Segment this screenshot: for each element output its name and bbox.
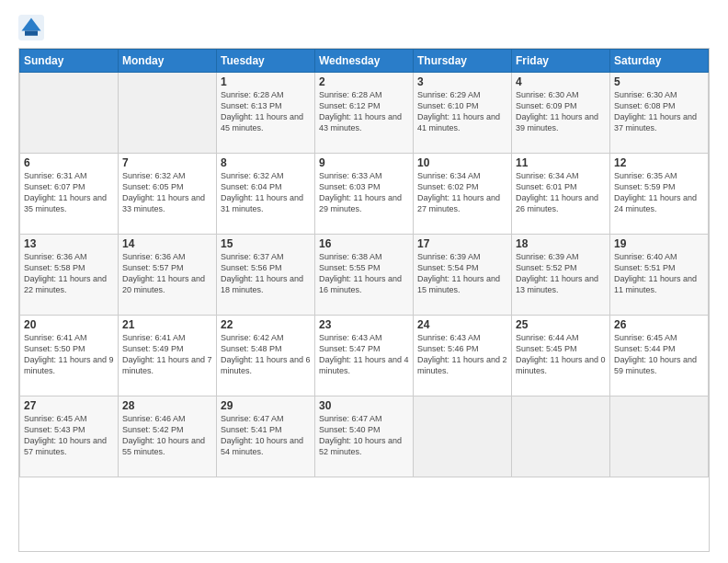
day-info: Sunrise: 6:34 AMSunset: 6:01 PMDaylight:…	[516, 170, 606, 215]
calendar-cell: 25Sunrise: 6:44 AMSunset: 5:45 PMDayligh…	[512, 316, 610, 396]
day-number: 2	[319, 75, 409, 88]
day-info: Sunrise: 6:34 AMSunset: 6:02 PMDaylight:…	[417, 170, 507, 215]
header-row: SundayMondayTuesdayWednesdayThursdayFrid…	[20, 50, 709, 73]
day-info: Sunrise: 6:30 AMSunset: 6:08 PMDaylight:…	[614, 89, 704, 134]
day-info: Sunrise: 6:42 AMSunset: 5:48 PMDaylight:…	[221, 332, 311, 377]
calendar-cell	[414, 396, 512, 477]
day-header-thursday: Thursday	[414, 50, 512, 73]
svg-rect-2	[25, 31, 38, 36]
calendar: SundayMondayTuesdayWednesdayThursdayFrid…	[18, 48, 710, 552]
day-number: 16	[319, 237, 409, 250]
day-info: Sunrise: 6:39 AMSunset: 5:52 PMDaylight:…	[516, 251, 606, 296]
day-info: Sunrise: 6:32 AMSunset: 6:05 PMDaylight:…	[122, 170, 212, 215]
page: SundayMondayTuesdayWednesdayThursdayFrid…	[0, 0, 728, 563]
calendar-cell: 23Sunrise: 6:43 AMSunset: 5:47 PMDayligh…	[315, 316, 414, 396]
day-number: 14	[122, 237, 212, 250]
day-number: 25	[516, 318, 606, 331]
day-info: Sunrise: 6:47 AMSunset: 5:41 PMDaylight:…	[221, 413, 311, 458]
logo	[18, 15, 48, 40]
day-info: Sunrise: 6:32 AMSunset: 6:04 PMDaylight:…	[221, 170, 311, 215]
day-number: 3	[417, 75, 507, 88]
day-header-friday: Friday	[512, 50, 610, 73]
calendar-cell: 2Sunrise: 6:28 AMSunset: 6:12 PMDaylight…	[315, 73, 414, 154]
calendar-cell: 13Sunrise: 6:36 AMSunset: 5:58 PMDayligh…	[20, 235, 119, 316]
day-number: 20	[24, 318, 114, 331]
day-info: Sunrise: 6:28 AMSunset: 6:13 PMDaylight:…	[221, 89, 311, 134]
day-info: Sunrise: 6:46 AMSunset: 5:42 PMDaylight:…	[122, 413, 212, 458]
calendar-header: SundayMondayTuesdayWednesdayThursdayFrid…	[20, 50, 709, 73]
day-info: Sunrise: 6:35 AMSunset: 5:59 PMDaylight:…	[614, 170, 704, 215]
day-number: 30	[319, 399, 409, 412]
day-info: Sunrise: 6:30 AMSunset: 6:09 PMDaylight:…	[516, 89, 606, 134]
day-info: Sunrise: 6:29 AMSunset: 6:10 PMDaylight:…	[417, 89, 507, 134]
day-number: 26	[614, 318, 704, 331]
day-number: 29	[221, 399, 311, 412]
day-info: Sunrise: 6:43 AMSunset: 5:47 PMDaylight:…	[319, 332, 409, 377]
day-info: Sunrise: 6:38 AMSunset: 5:55 PMDaylight:…	[319, 251, 409, 296]
day-number: 11	[516, 156, 606, 169]
calendar-cell: 17Sunrise: 6:39 AMSunset: 5:54 PMDayligh…	[414, 235, 512, 316]
day-header-tuesday: Tuesday	[217, 50, 315, 73]
day-number: 7	[122, 156, 212, 169]
header	[18, 15, 710, 40]
calendar-cell	[20, 73, 119, 154]
calendar-cell	[512, 396, 610, 477]
week-row-1: 1Sunrise: 6:28 AMSunset: 6:13 PMDaylight…	[20, 73, 709, 154]
day-info: Sunrise: 6:39 AMSunset: 5:54 PMDaylight:…	[417, 251, 507, 296]
calendar-cell: 21Sunrise: 6:41 AMSunset: 5:49 PMDayligh…	[119, 316, 217, 396]
week-row-5: 27Sunrise: 6:45 AMSunset: 5:43 PMDayligh…	[20, 396, 709, 477]
calendar-cell: 26Sunrise: 6:45 AMSunset: 5:44 PMDayligh…	[610, 316, 709, 396]
day-number: 12	[614, 156, 704, 169]
day-info: Sunrise: 6:33 AMSunset: 6:03 PMDaylight:…	[319, 170, 409, 215]
calendar-cell: 27Sunrise: 6:45 AMSunset: 5:43 PMDayligh…	[20, 396, 119, 477]
calendar-cell: 28Sunrise: 6:46 AMSunset: 5:42 PMDayligh…	[119, 396, 217, 477]
day-info: Sunrise: 6:41 AMSunset: 5:49 PMDaylight:…	[122, 332, 212, 377]
day-number: 18	[516, 237, 606, 250]
day-number: 10	[417, 156, 507, 169]
calendar-cell: 12Sunrise: 6:35 AMSunset: 5:59 PMDayligh…	[610, 154, 709, 235]
day-info: Sunrise: 6:36 AMSunset: 5:58 PMDaylight:…	[24, 251, 114, 296]
calendar-cell: 11Sunrise: 6:34 AMSunset: 6:01 PMDayligh…	[512, 154, 610, 235]
day-info: Sunrise: 6:31 AMSunset: 6:07 PMDaylight:…	[24, 170, 114, 215]
day-number: 1	[221, 75, 311, 88]
calendar-cell: 1Sunrise: 6:28 AMSunset: 6:13 PMDaylight…	[217, 73, 315, 154]
calendar-cell: 20Sunrise: 6:41 AMSunset: 5:50 PMDayligh…	[20, 316, 119, 396]
day-number: 8	[221, 156, 311, 169]
day-number: 4	[516, 75, 606, 88]
calendar-cell: 19Sunrise: 6:40 AMSunset: 5:51 PMDayligh…	[610, 235, 709, 316]
day-number: 23	[319, 318, 409, 331]
calendar-cell: 18Sunrise: 6:39 AMSunset: 5:52 PMDayligh…	[512, 235, 610, 316]
day-info: Sunrise: 6:28 AMSunset: 6:12 PMDaylight:…	[319, 89, 409, 134]
day-info: Sunrise: 6:47 AMSunset: 5:40 PMDaylight:…	[319, 413, 409, 458]
calendar-table: SundayMondayTuesdayWednesdayThursdayFrid…	[19, 49, 709, 477]
day-number: 17	[417, 237, 507, 250]
day-info: Sunrise: 6:45 AMSunset: 5:44 PMDaylight:…	[614, 332, 704, 377]
calendar-body: 1Sunrise: 6:28 AMSunset: 6:13 PMDaylight…	[20, 73, 709, 477]
calendar-cell: 15Sunrise: 6:37 AMSunset: 5:56 PMDayligh…	[217, 235, 315, 316]
day-number: 6	[24, 156, 114, 169]
day-header-wednesday: Wednesday	[315, 50, 414, 73]
calendar-cell	[119, 73, 217, 154]
week-row-2: 6Sunrise: 6:31 AMSunset: 6:07 PMDaylight…	[20, 154, 709, 235]
calendar-cell: 22Sunrise: 6:42 AMSunset: 5:48 PMDayligh…	[217, 316, 315, 396]
day-info: Sunrise: 6:41 AMSunset: 5:50 PMDaylight:…	[24, 332, 114, 377]
day-info: Sunrise: 6:44 AMSunset: 5:45 PMDaylight:…	[516, 332, 606, 377]
calendar-cell: 5Sunrise: 6:30 AMSunset: 6:08 PMDaylight…	[610, 73, 709, 154]
calendar-cell: 24Sunrise: 6:43 AMSunset: 5:46 PMDayligh…	[414, 316, 512, 396]
day-info: Sunrise: 6:43 AMSunset: 5:46 PMDaylight:…	[417, 332, 507, 377]
calendar-cell: 3Sunrise: 6:29 AMSunset: 6:10 PMDaylight…	[414, 73, 512, 154]
day-number: 5	[614, 75, 704, 88]
calendar-cell: 30Sunrise: 6:47 AMSunset: 5:40 PMDayligh…	[315, 396, 414, 477]
day-number: 28	[122, 399, 212, 412]
day-header-monday: Monday	[119, 50, 217, 73]
day-header-saturday: Saturday	[610, 50, 709, 73]
week-row-3: 13Sunrise: 6:36 AMSunset: 5:58 PMDayligh…	[20, 235, 709, 316]
day-number: 24	[417, 318, 507, 331]
calendar-cell	[610, 396, 709, 477]
day-info: Sunrise: 6:40 AMSunset: 5:51 PMDaylight:…	[614, 251, 704, 296]
day-number: 27	[24, 399, 114, 412]
day-info: Sunrise: 6:36 AMSunset: 5:57 PMDaylight:…	[122, 251, 212, 296]
day-info: Sunrise: 6:45 AMSunset: 5:43 PMDaylight:…	[24, 413, 114, 458]
day-number: 19	[614, 237, 704, 250]
day-header-sunday: Sunday	[20, 50, 119, 73]
